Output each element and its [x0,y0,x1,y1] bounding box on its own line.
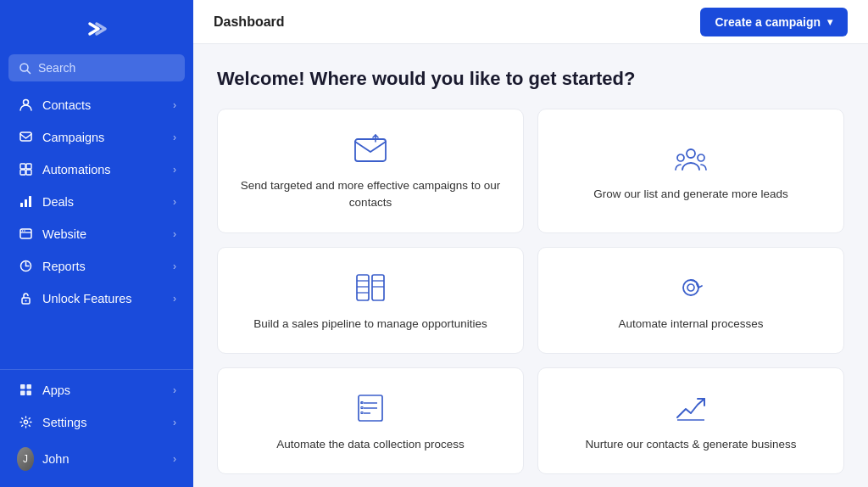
apps-label: Apps [42,383,164,397]
svg-rect-42 [361,406,363,408]
deals-chevron: › [173,196,176,208]
svg-point-26 [677,154,684,161]
svg-rect-20 [20,391,25,396]
sidebar-item-user[interactable]: J John › [5,439,188,479]
apps-chevron: › [173,384,176,396]
create-campaign-button[interactable]: Create a campaign ▾ [700,8,849,36]
svg-point-13 [21,230,23,232]
automations-chevron: › [173,164,176,176]
sidebar-item-settings[interactable]: Settings › [5,406,188,438]
svg-point-17 [25,300,26,302]
cards-grid: Send targeted and more effective campaig… [217,109,844,487]
svg-rect-21 [26,391,31,396]
svg-rect-10 [29,196,31,207]
sidebar-nav: Contacts › Campaigns › Automations › Dea… [0,88,193,369]
contacts-label: Contacts [42,98,164,112]
avatar-icon: J [17,447,34,471]
svg-rect-23 [355,139,386,161]
leads-card[interactable]: Grow our list and generate more leads [537,109,844,233]
svg-point-36 [687,284,694,291]
dashboard-body: Welcome! Where would you like to get sta… [193,44,868,487]
svg-point-14 [24,230,25,232]
automate-icon [672,271,709,304]
nurture-icon [672,392,709,424]
sidebar-item-apps[interactable]: Apps › [5,374,188,406]
grow-leads-icon [672,142,709,174]
svg-rect-7 [26,170,31,175]
campaigns-card-label: Send targeted and more effective campaig… [238,177,503,212]
automate-card-label: Automate internal processes [618,316,763,333]
main-content: Dashboard Create a campaign ▾ Welcome! W… [193,0,868,487]
sidebar-item-campaigns[interactable]: Campaigns › [5,121,188,153]
automations-label: Automations [42,163,164,176]
welcome-heading: Welcome! Where would you like to get sta… [217,68,844,90]
campaigns-card[interactable]: Send targeted and more effective campaig… [217,109,524,233]
svg-rect-19 [26,384,31,389]
unlock-icon [17,291,34,305]
leads-card-label: Grow our list and generate more leads [593,186,788,203]
svg-rect-9 [25,199,27,207]
sidebar-item-contacts[interactable]: Contacts › [5,89,188,120]
pipeline-card[interactable]: Build a sales pipeline to manage opportu… [217,247,524,354]
deals-label: Deals [42,195,164,209]
apps-icon [17,383,34,397]
svg-rect-5 [26,164,31,169]
website-chevron: › [173,228,176,240]
svg-point-25 [687,149,695,158]
automate-card[interactable]: Automate internal processes [537,247,844,354]
sidebar: Search Contacts › Campaigns › Automation… [0,0,193,487]
reports-chevron: › [173,260,176,272]
reports-label: Reports [42,260,164,273]
automations-icon [17,162,34,176]
deals-icon [17,194,34,209]
user-label: John [42,452,164,466]
nurture-card[interactable]: Nurture our contacts & generate business [537,367,844,474]
reports-icon [17,259,34,273]
email-campaign-icon [352,133,389,165]
settings-label: Settings [42,416,164,429]
create-campaign-label: Create a campaign [715,15,821,29]
svg-point-22 [24,420,27,423]
svg-rect-3 [20,132,31,141]
data-collection-icon [352,392,389,424]
svg-rect-32 [372,275,384,300]
search-label: Search [38,61,75,75]
sidebar-item-website[interactable]: Website › [5,218,188,249]
unlock-features-chevron: › [173,293,176,305]
user-chevron: › [173,453,176,465]
gear-icon [17,415,34,429]
page-title: Dashboard [214,14,285,30]
header: Dashboard Create a campaign ▾ [193,0,868,44]
search-input[interactable]: Search [8,54,185,81]
contacts-chevron: › [173,99,176,111]
data-collection-card-label: Automate the data collection process [276,436,464,453]
svg-line-1 [27,70,31,74]
pipeline-icon [352,271,389,304]
sidebar-item-deals[interactable]: Deals › [5,186,188,217]
website-label: Website [42,227,164,241]
logo-icon [83,15,110,42]
campaign-icon [17,130,34,144]
campaigns-label: Campaigns [42,131,164,144]
logo[interactable] [0,0,193,54]
sidebar-item-reports[interactable]: Reports › [5,250,188,282]
svg-rect-8 [20,203,23,207]
data-collection-card[interactable]: Automate the data collection process [217,367,524,474]
svg-rect-18 [20,384,25,389]
svg-rect-6 [20,170,25,175]
create-campaign-chevron: ▾ [827,16,832,28]
campaigns-chevron: › [173,132,176,143]
website-icon [17,227,34,241]
sidebar-item-automations[interactable]: Automations › [5,154,188,185]
sidebar-item-unlock-features[interactable]: Unlock Features › [5,283,188,314]
unlock-features-label: Unlock Features [42,292,164,305]
settings-chevron: › [173,417,176,428]
svg-rect-4 [20,164,25,169]
sidebar-bottom: Apps › Settings › J John › [0,369,193,487]
nurture-card-label: Nurture our contacts & generate business [585,436,796,453]
pipeline-card-label: Build a sales pipeline to manage opportu… [253,316,487,333]
svg-point-27 [698,154,704,161]
svg-rect-28 [357,275,369,300]
search-icon [19,62,31,75]
person-icon [17,98,34,112]
